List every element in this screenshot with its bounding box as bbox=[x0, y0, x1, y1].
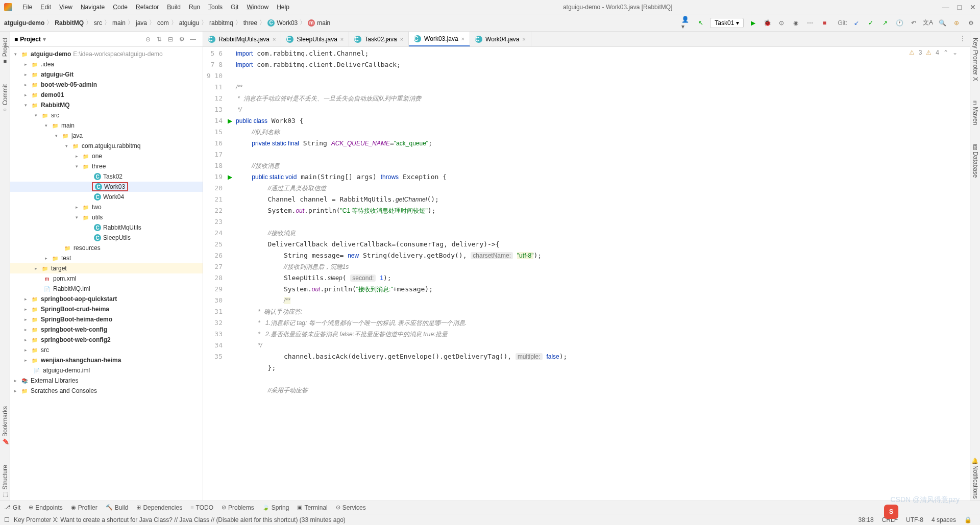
expand-all-icon[interactable]: ⇅ bbox=[155, 35, 164, 44]
tree-item[interactable]: one bbox=[92, 153, 102, 160]
chevron-down-icon[interactable]: ⌄ bbox=[952, 49, 958, 56]
menu-navigate[interactable]: Navigate bbox=[77, 4, 109, 11]
git-pull-icon[interactable]: ↙ bbox=[851, 18, 862, 28]
crumb-rabbitmq[interactable]: rabbitmq bbox=[209, 19, 233, 27]
hide-icon[interactable]: — bbox=[188, 35, 198, 44]
back-arrow-icon[interactable]: ↖ bbox=[696, 18, 706, 28]
tab-database[interactable]: 🗄 Database bbox=[971, 142, 980, 180]
tree-item[interactable]: com.atguigu.rabbitmq bbox=[82, 142, 140, 149]
close-button[interactable]: ✕ bbox=[970, 3, 976, 11]
tree-item[interactable]: External Libraries bbox=[31, 377, 78, 384]
git-history-icon[interactable]: 🕐 bbox=[894, 18, 904, 28]
maximize-button[interactable]: □ bbox=[958, 3, 962, 11]
crumb-class[interactable]: Work03 bbox=[277, 19, 298, 27]
tab-work03[interactable]: CWork03.java× bbox=[409, 32, 470, 46]
translate-icon[interactable]: 文A bbox=[923, 18, 933, 28]
crumb-com[interactable]: com bbox=[157, 19, 169, 27]
tree-item[interactable]: java bbox=[71, 132, 83, 139]
tool-build[interactable]: 🔨 Build bbox=[106, 504, 129, 511]
tree-item[interactable]: test bbox=[61, 255, 71, 262]
run-button[interactable]: ▶ bbox=[748, 18, 758, 28]
close-icon[interactable]: × bbox=[340, 36, 344, 42]
crumb-java[interactable]: java bbox=[136, 19, 147, 27]
tree-item[interactable]: .idea bbox=[41, 61, 54, 68]
tree-item[interactable]: pom.xml bbox=[53, 275, 76, 282]
tree-item[interactable]: Work04 bbox=[103, 193, 124, 201]
ide-settings-icon[interactable]: ⚙ bbox=[966, 18, 976, 28]
tab-sleeputils[interactable]: CSleepUtils.java× bbox=[281, 32, 349, 46]
collapse-icon[interactable]: ⊟ bbox=[166, 35, 175, 44]
tree-item[interactable]: target bbox=[51, 265, 67, 272]
run-gutter-icon[interactable]: ▶ bbox=[228, 173, 232, 181]
crumb-method[interactable]: main bbox=[317, 19, 330, 27]
run-gutter-icon[interactable]: ▶ bbox=[228, 117, 232, 124]
tree-item[interactable]: three bbox=[92, 163, 106, 170]
chevron-up-icon[interactable]: ⌃ bbox=[943, 49, 948, 56]
menu-git[interactable]: Git bbox=[227, 4, 242, 11]
lock-icon[interactable]: 🔒 bbox=[964, 516, 972, 523]
tab-work04[interactable]: CWork04.java× bbox=[470, 32, 531, 46]
tree-item[interactable]: SleepUtils bbox=[103, 234, 131, 241]
tool-problems[interactable]: ⊘ Problems bbox=[222, 504, 254, 511]
tree-item[interactable]: RabbitMQ.iml bbox=[53, 285, 90, 292]
code-editor[interactable]: import com.rabbitmq.client.Channel; impo… bbox=[236, 47, 970, 501]
menu-file[interactable]: File bbox=[18, 4, 36, 11]
editor-body[interactable]: ⚠3 ⚠4 ⌃ ⌄ 5 6 7 8 9 10 11 12 13 14 15 16… bbox=[203, 47, 970, 501]
crumb-three[interactable]: three bbox=[243, 19, 257, 27]
tree-item[interactable]: atguigu-demo.iml bbox=[43, 367, 90, 374]
tool-profiler[interactable]: ◉ Profiler bbox=[71, 504, 97, 511]
menu-run[interactable]: Run bbox=[185, 4, 204, 11]
status-position[interactable]: 38:18 bbox=[859, 516, 874, 523]
status-indent[interactable]: 4 spaces bbox=[932, 516, 956, 523]
minimize-button[interactable]: — bbox=[942, 3, 949, 11]
git-undo-icon[interactable]: ↶ bbox=[909, 18, 919, 28]
tab-task02[interactable]: CTask02.java× bbox=[349, 32, 409, 46]
tool-spring[interactable]: 🍃 Spring bbox=[262, 504, 289, 511]
tab-structure[interactable]: ⬚ Structure bbox=[1, 463, 10, 501]
tool-git[interactable]: ⎇ Git bbox=[4, 504, 20, 511]
menu-window[interactable]: Window bbox=[242, 4, 273, 11]
close-icon[interactable]: × bbox=[461, 36, 464, 42]
menu-help[interactable]: Help bbox=[273, 4, 293, 11]
tree-item[interactable]: SpringBoot-crud-heima bbox=[41, 306, 109, 313]
tree-item[interactable]: boot-web-05-admin bbox=[41, 81, 97, 88]
menu-code[interactable]: Code bbox=[109, 4, 132, 11]
tab-maven[interactable]: m Maven bbox=[971, 98, 980, 127]
close-icon[interactable]: × bbox=[273, 36, 276, 42]
tree-item[interactable]: atguigu-Git bbox=[41, 71, 74, 78]
tree-item[interactable]: src bbox=[41, 346, 49, 354]
crumb-src[interactable]: src bbox=[94, 19, 102, 27]
tree-item[interactable]: utils bbox=[92, 214, 103, 221]
tab-keypromoter[interactable]: Key Promoter X bbox=[971, 36, 980, 83]
tree-root[interactable]: atguigu-demo bbox=[31, 51, 71, 58]
tree-item[interactable]: SpringBoot-heima-demo bbox=[41, 316, 112, 323]
crumb-atguigu[interactable]: atguigu bbox=[179, 19, 199, 27]
editor-inspections[interactable]: ⚠3 ⚠4 ⌃ ⌄ bbox=[909, 49, 958, 56]
tree-item[interactable]: demo01 bbox=[41, 91, 64, 98]
tab-rabbitmqutils[interactable]: CRabbitMqUtils.java× bbox=[203, 32, 281, 46]
tree-item[interactable]: springboot-web-config bbox=[41, 326, 107, 333]
tree-item[interactable]: springboot-aop-quickstart bbox=[41, 295, 117, 303]
search-icon[interactable]: 🔍 bbox=[937, 18, 947, 28]
tree-item[interactable]: main bbox=[61, 122, 75, 129]
menu-view[interactable]: View bbox=[55, 4, 77, 11]
tree-item[interactable]: Scratches and Consoles bbox=[31, 387, 97, 394]
tree-item[interactable]: resources bbox=[74, 244, 101, 252]
tree-item[interactable]: RabbitMQ bbox=[41, 102, 70, 109]
close-icon[interactable]: × bbox=[400, 36, 403, 42]
crumb-project[interactable]: atguigu-demo bbox=[4, 19, 44, 27]
editor-tab-menu-icon[interactable]: ⋮ bbox=[960, 35, 966, 42]
select-opened-icon[interactable]: ⊙ bbox=[143, 35, 153, 44]
tree-item[interactable]: src bbox=[51, 112, 59, 119]
status-icon[interactable]: ☐ bbox=[4, 516, 10, 523]
more-run-button[interactable]: ⋯ bbox=[805, 18, 815, 28]
tab-commit[interactable]: ○ Commit bbox=[1, 82, 10, 115]
git-commit-icon[interactable]: ✓ bbox=[866, 18, 876, 28]
dropdown-icon[interactable]: ▾ bbox=[43, 36, 46, 43]
tree-item[interactable]: Task02 bbox=[103, 173, 122, 180]
close-icon[interactable]: × bbox=[523, 36, 526, 42]
tool-terminal[interactable]: ▣ Terminal bbox=[297, 504, 327, 511]
coverage-button[interactable]: ⊙ bbox=[776, 18, 787, 28]
tool-services[interactable]: ⊙ Services bbox=[336, 504, 366, 511]
debug-button[interactable]: 🐞 bbox=[762, 18, 772, 28]
